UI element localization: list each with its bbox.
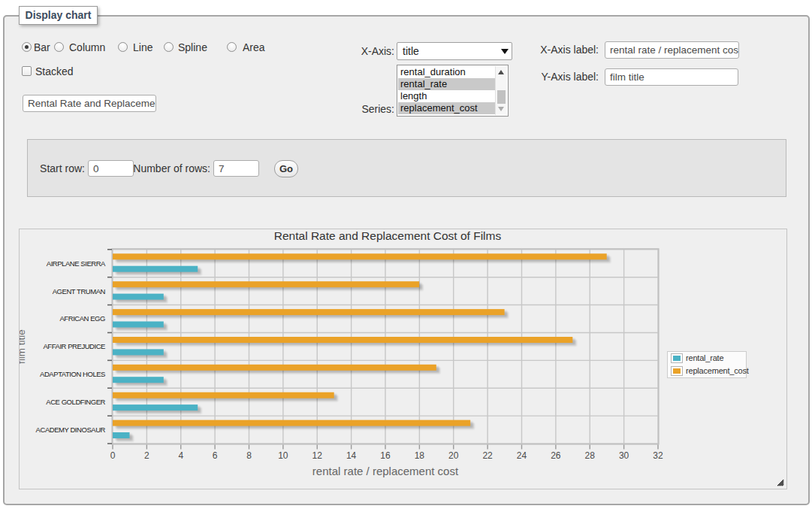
svg-text:8: 8 <box>246 450 252 461</box>
svg-text:30: 30 <box>619 450 629 461</box>
svg-text:AFFAIR PREJUDICE: AFFAIR PREJUDICE <box>43 342 105 350</box>
svg-text:rental rate / replacement cost: rental rate / replacement cost <box>312 465 459 477</box>
svg-text:ACE GOLDFINGER: ACE GOLDFINGER <box>46 398 105 406</box>
svg-text:6: 6 <box>213 450 218 461</box>
svg-text:AFRICAN EGG: AFRICAN EGG <box>59 314 105 323</box>
svg-text:film title: film title <box>20 329 27 364</box>
svg-text:32: 32 <box>653 450 663 461</box>
svg-text:14: 14 <box>346 450 357 461</box>
svg-text:26: 26 <box>551 450 561 461</box>
svg-text:4: 4 <box>178 450 183 461</box>
svg-text:0: 0 <box>110 450 116 461</box>
svg-text:ADAPTATION HOLES: ADAPTATION HOLES <box>40 370 105 378</box>
svg-text:12: 12 <box>312 450 323 461</box>
svg-text:22: 22 <box>482 450 493 461</box>
svg-text:24: 24 <box>517 450 527 461</box>
svg-text:18: 18 <box>415 450 425 461</box>
svg-text:AGENT TRUMAN: AGENT TRUMAN <box>53 287 106 295</box>
svg-text:ACADEMY DINOSAUR: ACADEMY DINOSAUR <box>36 426 106 434</box>
svg-text:28: 28 <box>585 450 596 461</box>
svg-text:AIRPLANE SIERRA: AIRPLANE SIERRA <box>47 259 106 268</box>
svg-text:20: 20 <box>448 450 459 461</box>
svg-text:10: 10 <box>278 450 288 461</box>
svg-text:2: 2 <box>144 450 149 461</box>
svg-text:replacement_cost: replacement_cost <box>686 366 749 375</box>
svg-text:16: 16 <box>380 450 391 461</box>
svg-text:rental_rate: rental_rate <box>686 353 723 362</box>
svg-text:Rental Rate and Replacement Co: Rental Rate and Replacement Cost of Film… <box>274 229 502 242</box>
